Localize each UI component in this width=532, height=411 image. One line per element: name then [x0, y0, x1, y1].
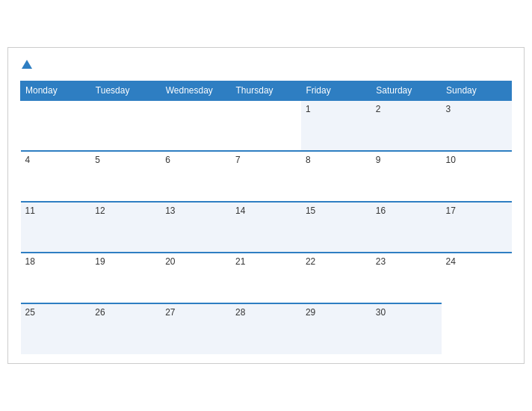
- day-number: 3: [446, 104, 451, 114]
- calendar-cell: 1: [301, 100, 371, 151]
- weekday-header-thursday: Thursday: [231, 81, 301, 101]
- day-number: 29: [306, 307, 315, 318]
- day-number: 21: [235, 256, 245, 267]
- day-number: 20: [165, 256, 175, 267]
- day-number: 2: [376, 104, 381, 114]
- calendar: MondayTuesdayWednesdayThursdayFridaySatu…: [7, 47, 525, 364]
- calendar-cell: 14: [231, 202, 301, 253]
- day-number: 17: [446, 206, 456, 216]
- calendar-cell: 27: [161, 303, 231, 354]
- calendar-cell: 10: [442, 151, 512, 202]
- day-number: 12: [95, 206, 105, 216]
- weekday-header-saturday: Saturday: [371, 81, 442, 101]
- day-number: 7: [235, 155, 241, 165]
- day-number: 26: [95, 307, 105, 318]
- calendar-cell: 19: [90, 253, 161, 303]
- calendar-cell: 20: [161, 253, 231, 303]
- weekday-header-monday: Monday: [21, 81, 91, 101]
- day-number: 24: [446, 256, 456, 267]
- calendar-cell: 29: [301, 303, 371, 354]
- week-row-4: 18192021222324: [21, 253, 512, 303]
- day-number: 11: [25, 206, 35, 216]
- calendar-cell: 26: [90, 303, 161, 354]
- calendar-cell: [442, 303, 512, 354]
- week-row-5: 252627282930: [21, 303, 512, 354]
- day-number: 23: [376, 256, 386, 267]
- logo-triangle-icon: [22, 60, 32, 69]
- day-number: 5: [95, 155, 100, 165]
- calendar-cell: 13: [161, 202, 231, 253]
- day-number: 9: [376, 155, 381, 165]
- day-number: 13: [165, 206, 175, 216]
- day-number: 10: [446, 155, 456, 165]
- day-number: 18: [25, 256, 35, 267]
- calendar-cell: 18: [21, 253, 91, 303]
- weekday-header-friday: Friday: [301, 81, 371, 101]
- calendar-header: [20, 60, 512, 70]
- day-number: 6: [165, 155, 170, 165]
- calendar-cell: 6: [161, 151, 231, 202]
- calendar-cell: 2: [371, 100, 442, 151]
- day-number: 14: [235, 206, 245, 216]
- day-number: 27: [165, 307, 175, 318]
- calendar-cell: 24: [442, 253, 512, 303]
- calendar-cell: 28: [231, 303, 301, 354]
- calendar-cell: [231, 100, 301, 151]
- calendar-cell: 17: [442, 202, 512, 253]
- weekday-header-tuesday: Tuesday: [90, 81, 161, 101]
- day-number: 16: [376, 206, 386, 216]
- logo: [20, 60, 32, 70]
- week-row-3: 11121314151617: [21, 202, 512, 253]
- day-number: 4: [25, 155, 31, 165]
- calendar-cell: 21: [231, 253, 301, 303]
- day-number: 15: [306, 206, 315, 216]
- day-number: 28: [235, 307, 245, 318]
- day-number: 8: [306, 155, 311, 165]
- day-number: 1: [306, 104, 311, 114]
- calendar-cell: [90, 100, 161, 151]
- calendar-cell: 15: [301, 202, 371, 253]
- day-number: 25: [25, 307, 35, 318]
- calendar-cell: 11: [21, 202, 91, 253]
- day-number: 22: [306, 256, 315, 267]
- calendar-cell: [21, 100, 91, 151]
- day-number: 19: [95, 256, 105, 267]
- calendar-cell: 3: [442, 100, 512, 151]
- calendar-cell: 9: [371, 151, 442, 202]
- calendar-cell: 25: [21, 303, 91, 354]
- calendar-cell: 30: [371, 303, 442, 354]
- calendar-cell: 16: [371, 202, 442, 253]
- calendar-cell: 7: [231, 151, 301, 202]
- calendar-cell: 4: [21, 151, 91, 202]
- weekday-header-sunday: Sunday: [442, 81, 512, 101]
- weekday-header-wednesday: Wednesday: [161, 81, 231, 101]
- day-number: 30: [376, 307, 386, 318]
- calendar-table: MondayTuesdayWednesdayThursdayFridaySatu…: [20, 81, 512, 354]
- calendar-cell: [161, 100, 231, 151]
- week-row-1: 123: [21, 100, 512, 151]
- calendar-cell: 22: [301, 253, 371, 303]
- calendar-cell: 23: [371, 253, 442, 303]
- weekday-header-row: MondayTuesdayWednesdayThursdayFridaySatu…: [21, 81, 512, 101]
- calendar-cell: 12: [90, 202, 161, 253]
- calendar-cell: 5: [90, 151, 161, 202]
- week-row-2: 45678910: [21, 151, 512, 202]
- calendar-cell: 8: [301, 151, 371, 202]
